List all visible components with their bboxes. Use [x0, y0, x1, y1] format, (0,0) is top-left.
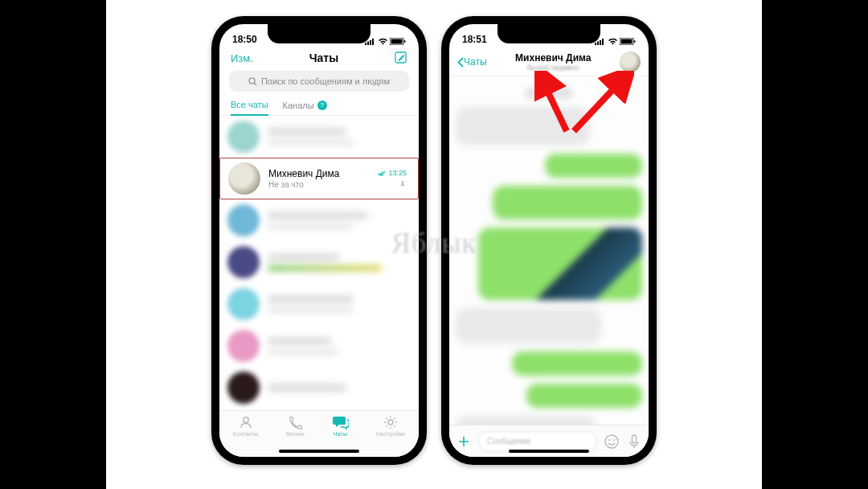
tab-channels[interactable]: Каналы ? [283, 100, 327, 115]
chats-header: Изм. Чаты [219, 47, 419, 68]
svg-point-24 [608, 439, 610, 441]
status-time: 18:51 [462, 34, 487, 45]
search-placeholder: Поиск по сообщениям и людям [261, 76, 390, 86]
message-incoming [456, 416, 596, 425]
contacts-icon [239, 415, 253, 429]
status-indicators [365, 38, 406, 45]
svg-rect-12 [595, 43, 596, 45]
svg-rect-5 [391, 39, 403, 44]
phone-right: 18:51 Чаты Михневич Дима был(а) недавно [441, 16, 657, 465]
chat-contact-name: Михневич Дима [490, 52, 616, 64]
avatar [227, 121, 260, 153]
wifi-icon [608, 38, 618, 45]
svg-point-25 [613, 439, 615, 441]
search-input[interactable]: Поиск по сообщениям и людям [229, 71, 409, 92]
edit-button[interactable]: Изм. [231, 52, 253, 64]
channels-badge: ? [317, 101, 327, 110]
avatar[interactable] [620, 51, 641, 72]
svg-rect-6 [404, 40, 406, 43]
message-outgoing [545, 154, 642, 178]
message-input[interactable]: Сообщение [478, 431, 597, 452]
tab-calls[interactable]: Звонки [285, 414, 305, 437]
svg-rect-2 [370, 40, 371, 45]
svg-rect-13 [597, 42, 599, 46]
avatar [227, 288, 260, 320]
message-incoming [456, 308, 601, 343]
status-time: 18:50 [232, 34, 257, 45]
home-indicator[interactable] [509, 450, 589, 453]
compose-icon[interactable] [395, 51, 407, 64]
battery-icon [620, 38, 636, 45]
chat-list[interactable]: Михневич Дима Не за что 13:25 [219, 116, 419, 410]
svg-point-11 [388, 420, 393, 425]
list-item-highlighted[interactable]: Михневич Дима Не за что 13:25 [219, 158, 419, 199]
chat-preview: Не за что [268, 180, 378, 189]
svg-rect-0 [365, 43, 366, 45]
svg-point-23 [605, 435, 618, 448]
avatar [227, 330, 260, 362]
list-item[interactable] [219, 241, 419, 283]
chat-name: Михневич Дима [268, 168, 378, 179]
chats-icon [333, 415, 349, 429]
list-item[interactable] [219, 199, 419, 241]
notch [497, 24, 600, 43]
annotation-arrow-right [570, 71, 634, 135]
svg-rect-15 [602, 39, 604, 45]
tab-contacts[interactable]: Контакты [233, 414, 259, 437]
svg-rect-3 [372, 39, 374, 45]
message-outgoing-media [478, 228, 642, 300]
plus-icon[interactable] [456, 434, 472, 450]
svg-line-9 [254, 83, 256, 85]
svg-rect-26 [633, 435, 637, 443]
svg-point-8 [249, 78, 255, 84]
avatar [227, 246, 260, 278]
svg-line-20 [574, 77, 624, 131]
message-outgoing [493, 186, 642, 220]
avatar [227, 204, 260, 236]
phone-left: 18:50 Изм. Чаты Поиск по сообщениям и лю… [211, 16, 427, 465]
tab-channels-label: Каналы [283, 101, 314, 110]
list-item[interactable] [219, 367, 419, 409]
chat-filter-tabs: Все чаты Каналы ? [219, 95, 419, 116]
home-indicator[interactable] [279, 450, 359, 453]
page-title: Чаты [309, 51, 338, 64]
svg-line-19 [541, 77, 567, 131]
sticker-icon[interactable] [604, 434, 620, 450]
status-indicators [595, 38, 636, 45]
list-item[interactable] [219, 325, 419, 367]
notch [268, 24, 371, 43]
svg-rect-1 [367, 42, 369, 46]
wifi-icon [378, 38, 388, 45]
list-item[interactable] [219, 116, 419, 158]
svg-rect-18 [634, 40, 636, 43]
message-outgoing [512, 351, 642, 376]
chat-time: 13:25 [378, 169, 407, 177]
svg-rect-14 [600, 40, 601, 45]
tab-chats[interactable]: Чаты [332, 414, 350, 437]
chevron-left-icon [457, 57, 464, 68]
pin-icon [399, 180, 407, 188]
gear-icon [383, 415, 398, 429]
annotation-arrow-left [534, 71, 575, 135]
avatar [227, 372, 260, 404]
mic-icon[interactable] [626, 434, 642, 450]
back-button[interactable]: Чаты [457, 56, 487, 68]
svg-point-10 [243, 417, 248, 422]
message-outgoing [526, 384, 642, 408]
search-icon [248, 77, 257, 86]
tab-settings[interactable]: Настройки [376, 414, 405, 437]
tab-all-chats[interactable]: Все чаты [231, 100, 268, 116]
phone-icon [288, 415, 302, 429]
list-item[interactable] [219, 283, 419, 325]
chat-title-area[interactable]: Михневич Дима был(а) недавно [490, 52, 616, 72]
battery-icon [390, 38, 406, 45]
check-icon [378, 171, 386, 176]
svg-rect-17 [621, 39, 633, 44]
avatar [228, 162, 260, 195]
